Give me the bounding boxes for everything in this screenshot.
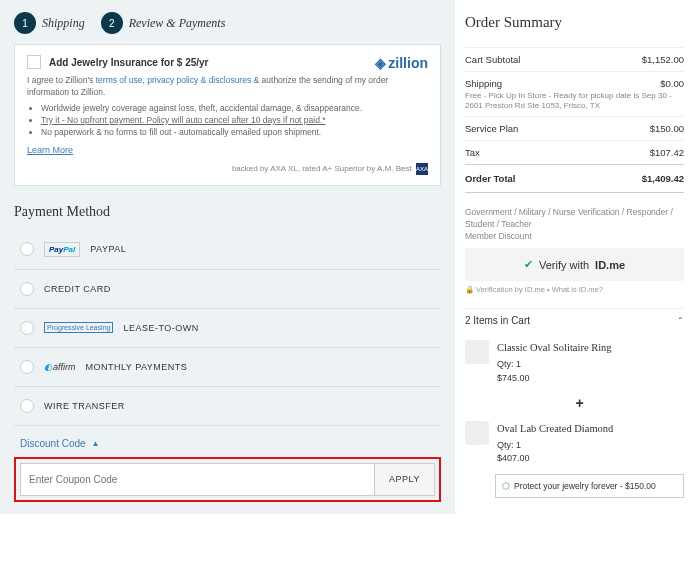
cart-item: Oval Lab Created Diamond Qty: 1 $407.00 [465, 413, 684, 474]
ins-bullet: Try it - No upfront payment. Policy will… [41, 115, 428, 125]
payment-lease[interactable]: Progressive Leasing LEASE-TO-OWN [14, 309, 441, 348]
cart-items-toggle[interactable]: 2 Items in Cart ⌃ [465, 308, 684, 332]
chevron-up-icon: ▲ [92, 439, 100, 448]
protect-jewelry-link[interactable]: ⬡ Protect your jewelry forever - $150.00 [495, 474, 684, 498]
insurance-checkbox[interactable] [27, 55, 41, 69]
row-tax: Tax$107.42 [465, 140, 684, 164]
verify-note: Government / Military / Nurse Verificati… [465, 207, 684, 243]
radio-credit[interactable] [20, 282, 34, 296]
radio-monthly[interactable] [20, 360, 34, 374]
item-thumbnail [465, 340, 489, 364]
order-summary-title: Order Summary [465, 14, 684, 37]
ins-bullet: Worldwide jewelry coverage against loss,… [41, 103, 428, 113]
payment-credit-card[interactable]: CREDIT CARD [14, 270, 441, 309]
learn-more-link[interactable]: Learn More [27, 145, 73, 155]
payment-monthly[interactable]: affirm MONTHLY PAYMENTS [14, 348, 441, 387]
insurance-widget: Add Jewelry Insurance for $ 25/yr zillio… [14, 44, 441, 186]
item-thumbnail [465, 421, 489, 445]
shipping-detail: Free - Pick Up In Store - Ready for pick… [465, 91, 684, 112]
terms-link[interactable]: terms of use [96, 75, 143, 85]
payment-method-title: Payment Method [14, 204, 441, 220]
axa-badge: AXA [416, 163, 428, 175]
payment-paypal[interactable]: PayPal PAYPAL [14, 230, 441, 270]
zillion-logo: zillion [375, 55, 428, 71]
affirm-badge: affirm [44, 362, 76, 372]
backed-by: backed by AXA XL, rated A+ Superior by A… [27, 163, 428, 175]
row-subtotal: Cart Subtotal$1,152.00 [465, 47, 684, 71]
plus-icon: + [475, 395, 684, 411]
check-icon: ✔ [524, 258, 533, 271]
checkout-steps: 1 Shipping 2 Review & Payments [14, 12, 441, 34]
verify-footnote: 🔒 Verification by ID.me • What is ID.me? [465, 285, 684, 294]
coupon-input[interactable] [20, 463, 375, 496]
insurance-title: Add Jewelry Insurance for $ 25/yr [49, 57, 209, 68]
shield-icon: ⬡ [502, 481, 510, 491]
insurance-agreement: I agree to Zillion's terms of use, priva… [27, 75, 428, 99]
ins-bullet: No paperwork & no forms to fill out - au… [41, 127, 428, 137]
coupon-highlight: APPLY [14, 457, 441, 502]
row-order-total: Order Total$1,409.42 [465, 164, 684, 193]
radio-lease[interactable] [20, 321, 34, 335]
row-service-plan: Service Plan$150.00 [465, 116, 684, 140]
step-shipping[interactable]: 1 Shipping [14, 12, 85, 34]
radio-paypal[interactable] [20, 242, 34, 256]
apply-button[interactable]: APPLY [375, 463, 435, 496]
progressive-badge: Progressive Leasing [44, 322, 113, 333]
cart-item: Classic Oval Solitaire Ring Qty: 1 $745.… [465, 332, 684, 393]
discount-code-toggle[interactable]: Discount Code ▲ [20, 438, 441, 449]
paypal-badge: PayPal [44, 242, 80, 257]
step-review-payments[interactable]: 2 Review & Payments [101, 12, 226, 34]
radio-wire[interactable] [20, 399, 34, 413]
chevron-up-icon: ⌃ [677, 316, 684, 325]
privacy-link[interactable]: privacy policy & disclosures [147, 75, 251, 85]
payment-wire[interactable]: WIRE TRANSFER [14, 387, 441, 426]
verify-idme-button[interactable]: ✔ Verify with ID.me [465, 248, 684, 281]
